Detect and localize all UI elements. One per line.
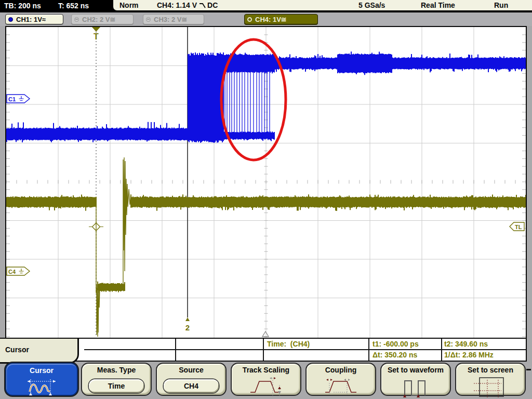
set-to-screen-label: Set to screen — [456, 366, 525, 374]
svg-text:TL: TL — [515, 224, 522, 230]
cursor-measurement-table: Time: (CH4) t1: -600.00 ps t2: 349.60 ns… — [5, 339, 527, 362]
track-scaling-label: Track Scaling — [232, 366, 300, 374]
meas-delta-t: Δt: 350.20 ns — [373, 351, 417, 359]
cursor2-marker-icon[interactable] — [185, 317, 190, 321]
ch1-label: CH1: 1V≈ — [16, 16, 46, 23]
cursor-menu-button[interactable]: Cursor — [5, 363, 78, 396]
coupling-icon — [324, 377, 357, 396]
trigger-marker-icon[interactable] — [92, 27, 100, 32]
ch4-label: CH4: 1V≅ — [255, 16, 287, 23]
waveform-display: T 2 C1 C4 TL — [5, 26, 527, 339]
set-to-waveform-button[interactable]: Set to waveform — [380, 363, 451, 396]
graticule-grid — [6, 27, 526, 338]
source-label: Source — [157, 366, 225, 374]
acquisition-mode: Real Time — [421, 1, 455, 9]
svg-text:C4: C4 — [8, 269, 16, 275]
meas-t2: t2: 349.60 ns — [444, 340, 488, 348]
channel-button-ch3[interactable]: CH3: 2 V≅ — [143, 14, 204, 24]
meas-type-value-button[interactable]: Time — [89, 379, 144, 393]
channel-button-ch2[interactable]: CH2: 2 V≅ — [71, 14, 134, 24]
timebase-readout: TB: 200 ns — [4, 2, 41, 10]
acquisition-strip: Norm CH4: 1.14 VDC 5 GSa/s Real Time Run — [112, 0, 532, 11]
status-bar: TB: 200 ns T: 652 ns Norm CH4: 1.14 VDC … — [0, 0, 532, 12]
meas-type-label: Meas. Type — [82, 366, 151, 374]
meas-freq: 1/Δt: 2.86 MHz — [444, 351, 494, 359]
sample-rate: 5 GSa/s — [358, 1, 385, 9]
ch2-off-dot — [74, 17, 79, 22]
ch4-position-flag[interactable]: C4 — [7, 267, 30, 275]
source-button[interactable]: Source CH4 — [156, 363, 227, 396]
meas-t1: t1: -600.00 ps — [373, 340, 419, 348]
falling-edge-icon — [199, 2, 207, 9]
meas-type-button[interactable]: Meas. Type Time — [81, 363, 152, 396]
coupling-button[interactable]: Coupling — [305, 363, 376, 396]
svg-text:C1: C1 — [8, 96, 16, 102]
source-value-button[interactable]: CH4 — [164, 379, 219, 393]
ch4-selected-dot — [247, 17, 252, 22]
trigger-marker-label: T — [94, 32, 99, 41]
ch1-position-flag[interactable]: C1 — [7, 95, 30, 103]
coupling-label: Coupling — [307, 366, 375, 374]
channel-button-ch4[interactable]: CH4: 1V≅ — [244, 14, 318, 24]
run-state: Run — [494, 1, 508, 9]
menu-more-indicator — [526, 369, 531, 370]
set-to-screen-button[interactable]: Set to screen — [455, 363, 526, 396]
cursor-menu-label: Cursor — [6, 366, 77, 375]
cursor2-label: 2 — [185, 323, 190, 332]
set-to-waveform-label: Set to waveform — [381, 366, 450, 374]
track-scaling-icon — [249, 377, 283, 397]
ch3-label: CH3: 2 V≅ — [154, 16, 187, 23]
table-row-divider — [84, 349, 526, 350]
set-to-screen-icon — [472, 377, 509, 397]
trigger-time-readout: T: 652 ns — [58, 2, 89, 10]
ch3-off-dot — [146, 17, 151, 22]
trigger-settings: CH4: 1.14 VDC — [157, 1, 218, 9]
channel-button-ch1[interactable]: CH1: 1V≈ — [5, 14, 63, 24]
trigger-mode: Norm — [119, 1, 139, 9]
menu-tab-label: Cursor — [5, 345, 29, 354]
set-to-waveform-icon — [403, 377, 429, 397]
ch2-label: CH2: 2 V≅ — [82, 16, 115, 23]
channel-button-row: CH1: 1V≈ CH2: 2 V≅ CH3: 2 V≅ CH4: 1V≅ — [0, 12, 532, 26]
track-scaling-button[interactable]: Track Scaling — [231, 363, 301, 396]
horizontal-position-marker-icon[interactable] — [262, 331, 269, 337]
meas-source: Time: (CH4) — [267, 340, 310, 348]
cursor-waveform-icon — [26, 377, 57, 396]
trigger-level-flag[interactable]: TL — [510, 222, 524, 231]
menu-tab-cursor[interactable]: Cursor — [0, 338, 79, 364]
ch1-active-dot — [8, 17, 13, 22]
